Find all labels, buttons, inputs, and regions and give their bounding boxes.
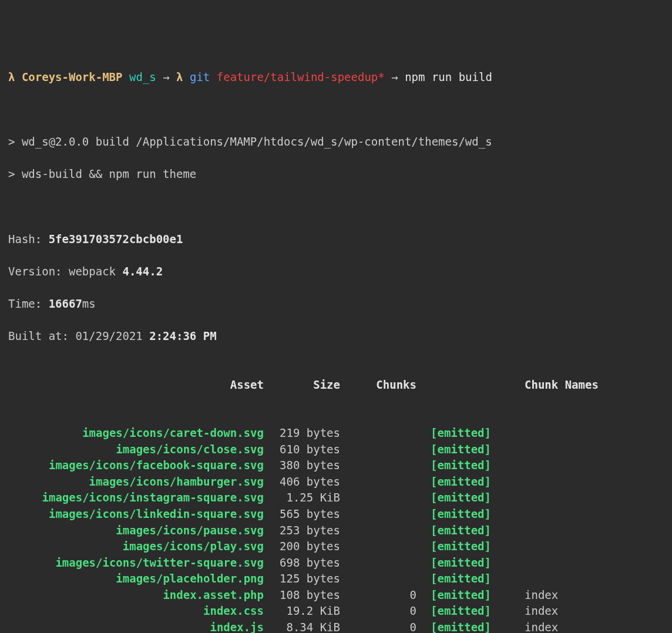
time-label: Time: [8, 297, 49, 310]
asset-size: 380 bytes [264, 457, 340, 474]
asset-size: 406 bytes [264, 474, 340, 490]
hash-value: 5fe391703572cbcb00e1 [49, 233, 183, 245]
asset-name: images/icons/linkedin-square.svg [8, 506, 264, 523]
time-line: Time: 16667ms [8, 296, 664, 312]
asset-size: 610 bytes [264, 442, 340, 458]
prompt-line[interactable]: λ Coreys-Work-MBP wd_s → λ git feature/t… [8, 69, 664, 86]
asset-size: 565 bytes [264, 506, 340, 523]
col-size: Size [264, 377, 340, 393]
asset-row: images/icons/caret-down.svg219 bytes[emi… [8, 425, 664, 442]
asset-size: 108 bytes [264, 587, 340, 604]
asset-emitted: [emitted] [416, 490, 510, 506]
prompt-host: Coreys-Work-MBP [22, 70, 123, 83]
asset-size: 200 bytes [264, 538, 340, 555]
asset-name: images/icons/close.svg [8, 442, 264, 458]
blank-line [8, 102, 664, 118]
time-suffix: ms [82, 297, 96, 310]
asset-emitted: [emitted] [416, 523, 510, 539]
asset-name: images/icons/pause.svg [8, 523, 264, 539]
prompt-arrow-1: → [163, 70, 169, 83]
prompt-lambda-2: λ [176, 70, 183, 83]
script-build-line-1: > wd_s@2.0.0 build /Applications/MAMP/ht… [8, 134, 664, 150]
asset-row: images/placeholder.png125 bytes[emitted] [8, 571, 664, 587]
asset-chunks: 0 [340, 587, 416, 604]
time-value: 16667 [49, 297, 82, 310]
col-names: Chunk Names [510, 377, 599, 393]
prompt-command: npm run build [405, 70, 492, 83]
script-build-line-2: > wds-build && npm run theme [8, 166, 664, 183]
prompt-dir: wd_s [129, 70, 156, 83]
asset-size: 1.25 KiB [264, 490, 340, 506]
blank-line [8, 199, 664, 216]
asset-size: 253 bytes [264, 523, 340, 539]
asset-emitted: [emitted] [416, 474, 510, 490]
version-label: Version: webpack [8, 265, 122, 278]
asset-name: images/icons/twitter-square.svg [8, 555, 264, 571]
asset-chunks: 0 [340, 603, 416, 619]
asset-size: 8.34 KiB [264, 619, 340, 633]
asset-row: images/icons/linkedin-square.svg565 byte… [8, 506, 664, 523]
prompt-dirty: * [378, 70, 384, 83]
built-label: Built at: 01/29/2021 [8, 329, 149, 342]
asset-chunks: 0 [340, 619, 416, 633]
asset-size: 19.2 KiB [264, 603, 340, 619]
asset-chunk-names: index [510, 587, 558, 604]
asset-table-header: AssetSizeChunksChunk Names [8, 377, 664, 393]
version-value: 4.44.2 [122, 265, 163, 278]
asset-name: images/icons/instagram-square.svg [8, 490, 264, 506]
asset-row: index.asset.php108 bytes0[emitted]index [8, 587, 664, 604]
asset-name: images/placeholder.png [8, 571, 264, 587]
built-time: 2:24:36 PM [149, 329, 216, 342]
asset-name: images/icons/caret-down.svg [8, 425, 264, 442]
col-chunks: Chunks [340, 377, 416, 393]
col-asset: Asset [8, 377, 264, 393]
built-line: Built at: 01/29/2021 2:24:36 PM [8, 328, 664, 345]
version-line: Version: webpack 4.44.2 [8, 264, 664, 280]
asset-emitted: [emitted] [416, 442, 510, 458]
asset-name: images/icons/facebook-square.svg [8, 457, 264, 474]
asset-row: images/icons/close.svg610 bytes[emitted] [8, 442, 664, 458]
asset-row: images/icons/play.svg200 bytes[emitted] [8, 538, 664, 555]
asset-emitted: [emitted] [416, 538, 510, 555]
asset-row: index.js8.34 KiB0[emitted]index [8, 619, 664, 633]
asset-emitted: [emitted] [416, 603, 510, 619]
asset-name: index.css [8, 603, 264, 619]
hash-label: Hash: [8, 233, 49, 245]
asset-name: index.asset.php [8, 587, 264, 604]
asset-size: 219 bytes [264, 425, 340, 442]
prompt-git-label: git [190, 70, 210, 83]
asset-chunk-names: index [510, 603, 558, 619]
asset-name: index.js [8, 619, 264, 633]
prompt-arrow-2: → [391, 70, 398, 83]
prompt-branch: feature/tailwind-speedup [217, 70, 378, 83]
asset-row: images/icons/instagram-square.svg1.25 Ki… [8, 490, 664, 506]
asset-chunk-names: index [510, 619, 558, 633]
asset-row: images/icons/hamburger.svg406 bytes[emit… [8, 474, 664, 490]
asset-emitted: [emitted] [416, 619, 510, 633]
asset-emitted: [emitted] [416, 587, 510, 604]
asset-emitted: [emitted] [416, 555, 510, 571]
asset-row: images/icons/facebook-square.svg380 byte… [8, 457, 664, 474]
asset-table-body: images/icons/caret-down.svg219 bytes[emi… [8, 425, 664, 633]
asset-emitted: [emitted] [416, 571, 510, 587]
asset-name: images/icons/hamburger.svg [8, 474, 264, 490]
asset-row: images/icons/pause.svg253 bytes[emitted] [8, 523, 664, 539]
asset-row: index.css19.2 KiB0[emitted]index [8, 603, 664, 619]
asset-emitted: [emitted] [416, 457, 510, 474]
asset-row: images/icons/twitter-square.svg698 bytes… [8, 555, 664, 571]
asset-size: 125 bytes [264, 571, 340, 587]
prompt-lambda: λ [8, 70, 15, 83]
asset-emitted: [emitted] [416, 506, 510, 523]
asset-size: 698 bytes [264, 555, 340, 571]
hash-line: Hash: 5fe391703572cbcb00e1 [8, 231, 664, 248]
asset-emitted: [emitted] [416, 425, 510, 442]
asset-name: images/icons/play.svg [8, 538, 264, 555]
